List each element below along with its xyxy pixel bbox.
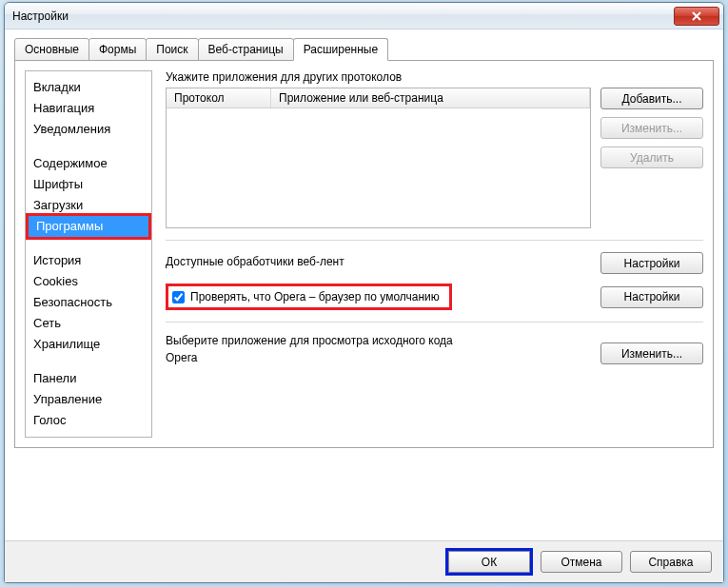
th-protocol[interactable]: Протокол [167,88,271,108]
protocols-table[interactable]: Протокол Приложение или веб-страница [166,88,591,228]
delete-button: Удалить [600,147,703,168]
sidebar: Вкладки Навигация Уведомления Содержимое… [25,70,152,438]
titlebar: Настройки [5,3,723,29]
source-edit-button[interactable]: Изменить... [600,342,703,364]
feeds-settings-button[interactable]: Настройки [600,252,703,274]
protocols-section: Укажите приложения для других протоколов… [166,70,703,228]
settings-window: Настройки Основные Формы Поиск Веб-стран… [4,2,724,583]
sidebar-item-panels[interactable]: Панели [26,368,151,389]
sidebar-item-cookies[interactable]: Cookies [26,271,151,292]
th-application[interactable]: Приложение или веб-страница [271,88,590,108]
table-header: Протокол Приложение или веб-страница [167,88,590,108]
edit-button: Изменить... [600,117,703,139]
feeds-row: Доступные обработчики веб-лент Настройки [166,252,703,274]
default-browser-label: Проверять, что Opera – браузер по умолча… [190,290,440,303]
sidebar-item-fonts[interactable]: Шрифты [26,174,151,195]
tab-webpages[interactable]: Веб-страницы [198,38,294,61]
tab-basic[interactable]: Основные [14,38,89,61]
window-title: Настройки [12,10,674,23]
content-pane: Укажите приложения для других протоколов… [166,70,703,438]
tab-forms[interactable]: Формы [89,38,147,61]
separator [166,322,703,323]
sidebar-item-storage[interactable]: Хранилище [26,334,151,355]
protocols-label: Укажите приложения для других протоколов [166,70,703,84]
protocol-buttons: Добавить... Изменить... Удалить [600,88,703,168]
close-button[interactable] [674,7,719,26]
close-icon [692,11,701,21]
source-label: Выберите приложение для просмотра исходн… [166,334,591,347]
button-bar: ОК Отмена Справка [5,540,723,582]
sidebar-item-navigation[interactable]: Навигация [26,98,151,119]
ok-button[interactable]: ОК [448,551,530,573]
default-browser-row: Проверять, что Opera – браузер по умолча… [166,284,703,310]
source-viewer-row: Выберите приложение для просмотра исходн… [166,334,703,364]
separator [166,240,703,241]
add-button[interactable]: Добавить... [600,88,703,109]
tabs: Основные Формы Поиск Веб-страницы Расшир… [14,38,714,61]
sidebar-item-tabs[interactable]: Вкладки [26,77,151,98]
ok-highlight: ОК [445,548,533,576]
default-browser-checkbox-wrap[interactable]: Проверять, что Opera – браузер по умолча… [166,284,452,310]
sidebar-item-voice[interactable]: Голос [26,410,151,431]
source-app-name: Opera [166,351,591,364]
sidebar-item-security[interactable]: Безопасность [26,292,151,313]
tabs-container: Основные Формы Поиск Веб-страницы Расшир… [14,37,714,448]
sidebar-item-content[interactable]: Содержимое [26,153,151,174]
dialog-body: Основные Формы Поиск Веб-страницы Расшир… [5,29,723,540]
sidebar-item-label: Программы [29,216,148,237]
tab-panel: Вкладки Навигация Уведомления Содержимое… [14,60,714,448]
sidebar-item-network[interactable]: Сеть [26,313,151,334]
sidebar-item-programs[interactable]: Программы [26,213,151,240]
default-settings-button[interactable]: Настройки [600,286,703,308]
tab-search[interactable]: Поиск [146,38,198,61]
feeds-label: Доступные обработчики веб-лент [166,255,591,268]
help-button[interactable]: Справка [630,551,712,573]
tab-advanced[interactable]: Расширенные [293,38,389,61]
sidebar-item-history[interactable]: История [26,250,151,271]
sidebar-item-notifications[interactable]: Уведомления [26,119,151,140]
sidebar-item-management[interactable]: Управление [26,389,151,410]
cancel-button[interactable]: Отмена [541,551,622,573]
default-browser-checkbox[interactable] [172,291,185,303]
